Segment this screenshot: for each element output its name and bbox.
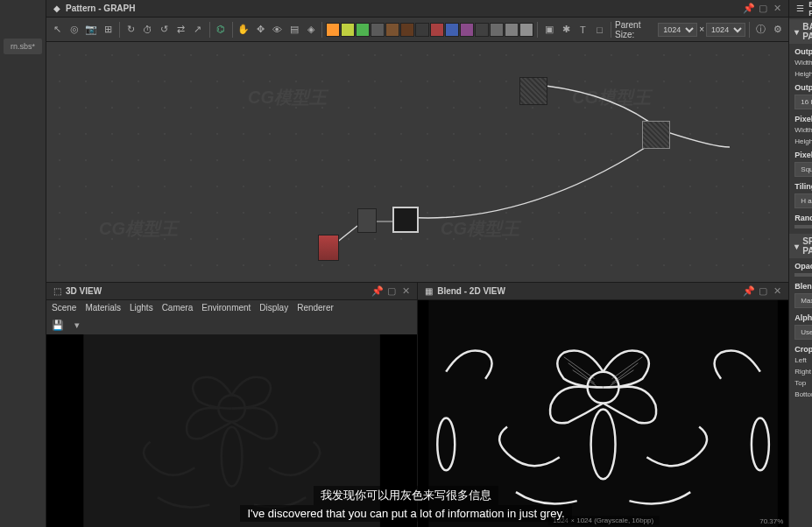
color-swatch[interactable] [385,23,399,37]
close-icon[interactable]: ✕ [771,285,783,298]
menu-item[interactable]: Materials [85,303,121,313]
pin-icon[interactable]: 📌 [743,3,755,15]
prop-label: Random Seed [789,210,812,223]
tool-cursor-icon[interactable]: ↖ [50,22,65,38]
tool-text-icon[interactable]: T [575,22,590,38]
prop-label: Pixel Size [789,111,812,124]
graph-panel-header: ◆ Pattern - GRAPH 📌 ▢ ✕ [46,0,788,18]
tool-snap-icon[interactable]: ⊞ [101,22,116,38]
svg-rect-3 [429,300,778,527]
2d-status-bar: 1024 × 1024 (Grayscale, 16bpp) [547,516,659,525]
specific-params-header[interactable]: ▾SPECIFIC PARAMET [789,234,812,258]
graph-node[interactable] [318,235,339,261]
opacity-slider[interactable] [794,273,812,277]
color-swatch[interactable] [430,23,444,37]
color-swatch[interactable] [475,23,489,37]
graph-toolbar: ↖ ◎ 📷 ⊞ ↻ ⏱ ↺ ⇄ ↗ ⌬ ✋ ✥ 👁 ▤ ◈ ▣ ✱ T □ [46,18,788,42]
color-swatch[interactable] [326,23,340,37]
image-icon: ▦ [423,286,434,297]
2d-view-title: Blend - 2D VIEW [437,286,739,296]
parent-size-control: Parent Size: 1024 × 1024 [615,20,745,39]
tool-target-icon[interactable]: ◎ [67,22,81,38]
tool-share-icon[interactable]: ↗ [190,22,205,38]
prop-label: Output Format [789,80,812,93]
close-icon[interactable]: ✕ [771,3,783,15]
save-icon[interactable]: 💾 [50,317,66,333]
parent-size-width[interactable]: 1024 [658,23,697,37]
random-seed-slider[interactable] [794,225,812,228]
color-swatch[interactable] [356,23,370,37]
tool-square-icon[interactable]: ▣ [541,22,556,38]
tool-link-icon[interactable]: ⇄ [173,22,188,38]
maximize-icon[interactable]: ▢ [385,285,398,298]
file-tab[interactable]: rn.sbs* [4,39,42,54]
tool-asterisk-icon[interactable]: ✱ [559,22,574,38]
color-swatch[interactable] [415,23,429,37]
chevron-down-icon: ▾ [794,242,799,251]
pixel-ratio-select[interactable]: Square [794,162,812,177]
tiling-mode-select[interactable]: H and V Tiling [794,193,812,208]
blending-mode-select[interactable]: Max (Lighten) [794,293,812,308]
graph-icon: ◆ [52,4,62,14]
prop-label: Width [794,126,812,134]
parent-size-label: Parent Size: [615,20,656,39]
node-graph-canvas[interactable]: CG模型王 CG模型王 CG模型王 CG模型王 [46,42,788,282]
lock-icon[interactable]: × [699,25,704,34]
tool-layers-icon[interactable]: ▤ [286,22,301,38]
close-icon[interactable]: ✕ [399,285,412,298]
maximize-icon[interactable]: ▢ [757,3,769,15]
properties-panel: ☰ Blend - PROPERTIE ▾BASE PARAMETERS Out… [788,0,812,527]
explorer-sidebar: rn.sbs* [0,0,46,527]
menu-item[interactable]: Scene [52,303,76,313]
menu-item[interactable]: Lights [130,303,153,313]
zoom-level: 70.37% [759,517,783,525]
menu-item[interactable]: Display [259,303,288,313]
color-swatch[interactable] [400,23,414,37]
tool-drag-icon[interactable]: ✥ [253,22,268,38]
output-format-select[interactable]: 16 bits p [794,95,812,109]
3d-view-menu: SceneMaterialsLightsCameraEnvironmentDis… [46,300,417,315]
color-swatch[interactable] [371,23,385,37]
tool-python-icon[interactable]: ⌬ [213,22,228,38]
menu-item[interactable]: Renderer [297,303,334,313]
tool-info-icon[interactable]: ⓘ [753,22,768,38]
sliders-icon: ☰ [794,4,805,14]
color-swatch[interactable] [490,23,504,37]
color-swatch[interactable] [460,23,474,37]
prop-label: Top [794,379,812,387]
tool-camera-icon[interactable]: 📷 [83,22,98,38]
graph-node[interactable] [519,77,547,105]
pin-icon[interactable]: 📌 [743,285,755,298]
pin-icon[interactable]: 📌 [371,285,384,298]
prop-label: Pixel Ratio [789,147,812,160]
menu-item[interactable]: Camera [162,303,194,313]
tool-eye-icon[interactable]: 👁 [270,22,285,38]
graph-node[interactable] [392,207,419,233]
graph-node[interactable] [357,208,377,233]
base-params-header[interactable]: ▾BASE PARAMETERS [789,19,812,44]
parent-size-height[interactable]: 1024 [706,23,745,37]
tool-time-icon[interactable]: ⏱ [140,22,155,38]
tool-gear-icon[interactable]: ⚙ [770,22,785,38]
3d-viewport[interactable] [46,334,417,527]
chevron-down-icon[interactable]: ▾ [69,317,85,333]
tool-hand-icon[interactable]: ✋ [237,22,251,38]
color-swatch[interactable] [341,23,355,37]
color-swatch[interactable] [505,23,519,37]
tool-color-icon[interactable]: ◈ [303,22,318,38]
prop-label: Output Size [789,44,812,57]
menu-item[interactable]: Environment [201,303,251,313]
tool-refresh-icon[interactable]: ↻ [124,22,138,38]
color-swatch[interactable] [519,23,533,37]
prop-label: Height [794,137,812,145]
properties-title: Blend - PROPERTIE [808,0,812,18]
graph-title: Pattern - GRAPH [66,4,739,13]
prop-label: Left [794,356,812,364]
tool-box-icon[interactable]: □ [592,22,607,38]
tool-loop-icon[interactable]: ↺ [157,22,172,38]
maximize-icon[interactable]: ▢ [757,285,769,298]
alpha-blending-select[interactable]: Use Source Alpha [794,325,812,340]
2d-viewport[interactable]: 1024 × 1024 (Grayscale, 16bpp) 70.37% [418,300,788,527]
color-swatch[interactable] [445,23,459,37]
graph-node[interactable] [642,121,670,149]
